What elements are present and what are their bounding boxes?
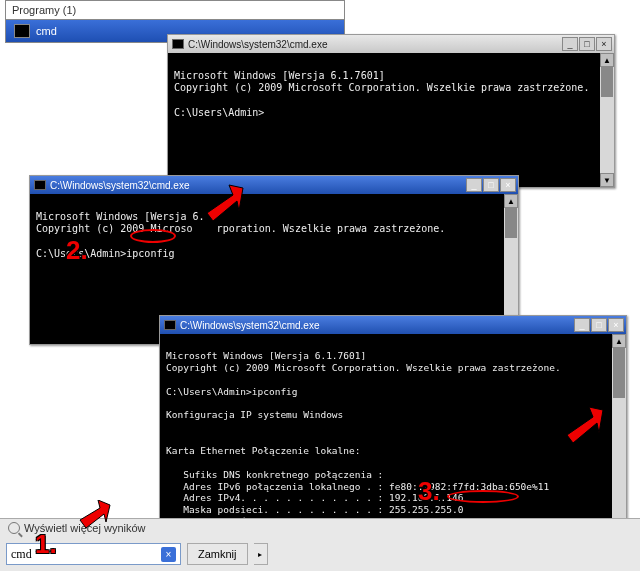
annotation-arrow-2 <box>195 183 250 228</box>
svg-marker-1 <box>207 185 243 221</box>
svg-marker-2 <box>567 407 603 443</box>
close-button[interactable]: × <box>596 37 612 51</box>
clear-search-button[interactable]: × <box>161 547 176 562</box>
terminal-body-2[interactable]: Microsoft Windows [Wersja 6. Copyright (… <box>30 194 518 277</box>
scrollbar[interactable]: ▲ ▼ <box>612 334 626 534</box>
cmd-icon <box>34 180 46 190</box>
close-button[interactable]: × <box>500 178 516 192</box>
svg-marker-0 <box>80 500 110 528</box>
cmd-window-1: C:\Windows\system32\cmd.exe _ □ × Micros… <box>167 34 615 188</box>
window-title: C:\Windows\system32\cmd.exe <box>188 39 558 50</box>
annotation-arrow-3 <box>555 405 610 450</box>
scroll-up-icon[interactable]: ▲ <box>600 53 614 67</box>
window-title: C:\Windows\system32\cmd.exe <box>50 180 462 191</box>
cmd-result-label: cmd <box>36 25 57 37</box>
search-input-wrap[interactable]: × <box>6 543 181 565</box>
annotation-arrow-1 <box>70 500 120 540</box>
minimize-button[interactable]: _ <box>574 318 590 332</box>
search-input[interactable] <box>11 547 161 562</box>
cmd-icon <box>164 320 176 330</box>
scroll-up-icon[interactable]: ▲ <box>504 194 518 208</box>
programs-header: Programy (1) <box>6 1 344 20</box>
close-dropdown[interactable]: ▸ <box>254 543 268 565</box>
close-button[interactable]: × <box>608 318 624 332</box>
search-icon <box>8 522 20 534</box>
maximize-button[interactable]: □ <box>591 318 607 332</box>
scroll-thumb[interactable] <box>601 67 613 97</box>
minimize-button[interactable]: _ <box>466 178 482 192</box>
annotation-number-1: 1. <box>35 529 57 560</box>
scroll-thumb[interactable] <box>613 348 625 398</box>
close-button[interactable]: Zamknij <box>187 543 248 565</box>
cmd-icon <box>172 39 184 49</box>
titlebar-1[interactable]: C:\Windows\system32\cmd.exe _ □ × <box>168 35 614 53</box>
cmd-icon <box>14 24 30 38</box>
titlebar-3[interactable]: C:\Windows\system32\cmd.exe _ □ × <box>160 316 626 334</box>
maximize-button[interactable]: □ <box>579 37 595 51</box>
minimize-button[interactable]: _ <box>562 37 578 51</box>
scroll-down-icon[interactable]: ▼ <box>600 173 614 187</box>
maximize-button[interactable]: □ <box>483 178 499 192</box>
scrollbar[interactable]: ▲ ▼ <box>600 53 614 187</box>
terminal-body-1[interactable]: Microsoft Windows [Wersja 6.1.7601] Copy… <box>168 53 614 136</box>
scroll-thumb[interactable] <box>505 208 517 238</box>
titlebar-2[interactable]: C:\Windows\system32\cmd.exe _ □ × <box>30 176 518 194</box>
annotation-number-3: 3. <box>418 476 440 507</box>
annotation-number-2: 2. <box>66 235 88 266</box>
scroll-up-icon[interactable]: ▲ <box>612 334 626 348</box>
window-title: C:\Windows\system32\cmd.exe <box>180 320 570 331</box>
